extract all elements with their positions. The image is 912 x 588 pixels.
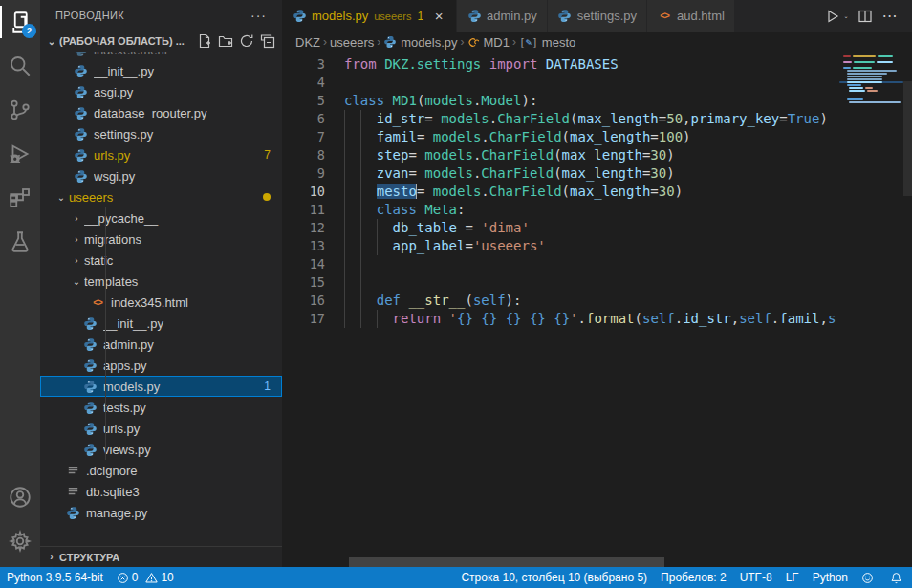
split-editor-button[interactable] [853, 4, 878, 29]
tree-item-migrations[interactable]: ›migrations [40, 229, 282, 250]
tab-label: models.py [312, 9, 368, 23]
python-icon [82, 400, 98, 415]
chevron-right-icon: › [69, 234, 84, 245]
tree-item-label: database_roouter.py [94, 106, 282, 120]
activitybar-item-testing[interactable] [0, 220, 40, 264]
minimap-line [878, 55, 893, 57]
code-line-12: 12 db_table = 'dima' [282, 219, 839, 237]
tree-item-apps.py[interactable]: apps.py [40, 355, 282, 376]
minimap-line [853, 55, 876, 57]
status-cursor-position[interactable]: Строка 10, столбец 10 (выбрано 5) [454, 567, 654, 588]
tab-settings.py[interactable]: settings.py [548, 0, 647, 32]
activitybar-item-source-control[interactable] [0, 88, 40, 132]
tree-item-indexelement[interactable]: indexelement [40, 52, 282, 60]
status-feedback[interactable] [855, 567, 883, 588]
more-actions-button[interactable]: ⋯ [878, 4, 902, 29]
new-folder-button[interactable] [215, 32, 236, 51]
tree-item-manage.py[interactable]: manage.py [40, 502, 282, 523]
indent-guide [360, 201, 361, 219]
minimap-line [843, 61, 852, 63]
status-notifications[interactable] [883, 567, 912, 588]
tree-item-tests.py[interactable]: tests.py [40, 397, 282, 418]
indent-guide [344, 110, 345, 128]
tree-item-database_roouter.py[interactable]: database_roouter.py [40, 102, 282, 123]
outline-section-header[interactable]: › СТРУКТУРА [40, 546, 282, 567]
html-icon: <> [90, 294, 105, 310]
status-problems[interactable]: 010 [110, 567, 181, 588]
tree-item-.dcignore[interactable]: .dcignore [40, 460, 282, 481]
tab-models.py[interactable]: models.pyuseeers1× [282, 0, 457, 32]
status-python-interpreter[interactable]: Python 3.9.5 64-bit [0, 567, 110, 588]
file-tree: indexelement__init__.pyasgi.pydatabase_r… [40, 52, 282, 523]
tree-item-label: tests.py [103, 401, 282, 415]
activitybar-item-settings[interactable] [0, 519, 40, 563]
new-file-button[interactable] [194, 32, 215, 51]
tree-item-db.sqlite3[interactable]: db.sqlite3 [40, 481, 282, 502]
tree-item-__init__.py[interactable]: __init__.py [40, 313, 282, 334]
activitybar-item-run-debug[interactable] [0, 132, 40, 176]
status-count: 10 [161, 571, 173, 584]
refresh-button[interactable] [236, 32, 257, 51]
line-number: 14 [282, 255, 325, 273]
vertical-scrollbar[interactable] [903, 81, 912, 196]
tree-item-admin.py[interactable]: admin.py [40, 334, 282, 355]
tree-item-static[interactable]: ›static [40, 250, 282, 271]
modified-dot-badge [263, 193, 271, 201]
python-icon [557, 9, 573, 24]
status-indentation[interactable]: Пробелов: 2 [654, 567, 733, 588]
tree-item-settings.py[interactable]: settings.py [40, 123, 282, 144]
minimap-line [843, 67, 851, 69]
sidebar-more-actions[interactable]: ··· [250, 8, 267, 23]
code-editor[interactable]: 3from DKZ.settings import DATABASES45cla… [282, 53, 912, 567]
indent-guide [360, 146, 361, 164]
indent-guide [344, 128, 345, 146]
status-eol[interactable]: LF [779, 567, 806, 588]
tree-item-index345.html[interactable]: <>index345.html [40, 292, 282, 313]
activitybar-item-explorer[interactable]: 2 [0, 0, 40, 44]
indent-guide [360, 110, 361, 128]
tab-label: settings.py [577, 9, 637, 23]
tree-item-views.py[interactable]: views.py [40, 439, 282, 460]
run-dropdown-button[interactable]: ⌄ [839, 4, 853, 29]
breadcrumb-item-models.py[interactable]: models.py [383, 35, 457, 50]
tree-item-__pycache__[interactable]: ›__pycache__ [40, 207, 282, 229]
close-icon[interactable]: × [431, 8, 446, 24]
python-icon [82, 337, 98, 352]
tree-item-models.py[interactable]: models.py1 [40, 376, 282, 397]
breadcrumb-item-md1[interactable]: MD1 [467, 35, 510, 50]
breadcrumb-separator: › [461, 35, 465, 49]
status-count: 0 [132, 571, 139, 584]
workspace-section-header[interactable]: ⌄ (РАБОЧАЯ ОБЛАСТЬ) ... [40, 31, 282, 52]
breadcrumb-item-useeers[interactable]: useeers [330, 35, 374, 50]
activitybar-item-extensions[interactable] [0, 176, 40, 220]
minimap-line [877, 61, 893, 63]
tree-item-label: .dcignore [86, 464, 282, 478]
activitybar-item-account[interactable] [0, 475, 40, 519]
minimap-line [849, 90, 865, 92]
status-language-mode[interactable]: Python [806, 567, 855, 588]
breadcrumb-item-mesto[interactable]: [✎]mesto [519, 35, 575, 50]
tab-dir-hint: useeers [374, 11, 411, 22]
status-encoding[interactable]: UTF-8 [733, 567, 779, 588]
filelines-icon [65, 484, 80, 499]
breadcrumb-item-dkz[interactable]: DKZ [295, 35, 320, 50]
minimap[interactable] [839, 53, 903, 186]
tab-admin.py[interactable]: admin.py [457, 0, 548, 32]
collapse-all-button[interactable] [257, 32, 278, 51]
code-line-6: 6 id_str= models.CharField(max_length=50… [282, 110, 839, 128]
tree-item-urls.py[interactable]: urls.py7 [40, 144, 282, 165]
indent-guide [344, 164, 345, 183]
tree-item-asgi.py[interactable]: asgi.py [40, 81, 282, 102]
python-icon [65, 505, 80, 520]
tree-item-useeers[interactable]: ⌄useeers [40, 186, 282, 207]
source-control-icon [9, 98, 32, 121]
tree-item-templates[interactable]: ⌄templates [40, 271, 282, 292]
tree-item-urls.py[interactable]: urls.py [40, 418, 282, 439]
tree-item-label: __pycache__ [84, 211, 282, 226]
tree-item-label: apps.py [103, 359, 282, 373]
activitybar-item-search[interactable] [0, 44, 40, 88]
tree-item-__init__.py[interactable]: __init__.py [40, 60, 282, 81]
horizontal-scrollbar[interactable] [349, 557, 664, 567]
tree-item-wsgi.py[interactable]: wsgi.py [40, 165, 282, 186]
tab-aud.html[interactable]: <>aud.html [647, 0, 735, 32]
